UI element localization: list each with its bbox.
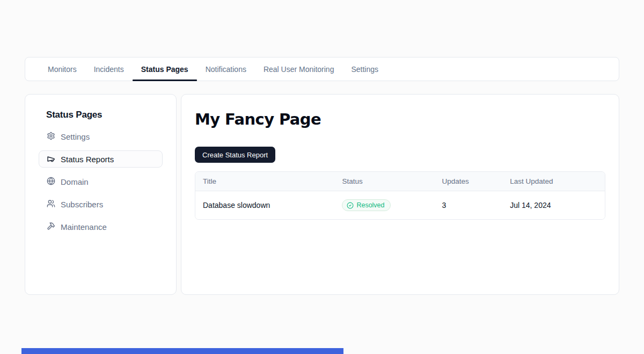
create-status-report-button[interactable]: Create Status Report [195, 147, 275, 163]
sidebar-item-status-reports[interactable]: Status Reports [39, 150, 163, 168]
gear-icon [47, 132, 55, 142]
status-badge: Resolved [342, 199, 390, 211]
tab-incidents[interactable]: Incidents [85, 57, 133, 81]
sidebar-item-label: Maintenance [61, 222, 107, 232]
bottom-progress-bar [21, 348, 343, 354]
top-navigation: Monitors Incidents Status Pages Notifica… [25, 57, 619, 81]
users-icon [47, 199, 55, 209]
status-badge-label: Resolved [356, 201, 384, 209]
column-header-status: Status [334, 177, 434, 185]
status-reports-table: Title Status Updates Last Updated Databa… [195, 171, 605, 220]
sidebar-item-subscribers[interactable]: Subscribers [39, 196, 163, 213]
page-title: My Fancy Page [195, 110, 605, 128]
sidebar-item-label: Settings [61, 132, 90, 141]
megaphone-icon [47, 155, 55, 163]
tab-settings[interactable]: Settings [342, 57, 387, 81]
sidebar-item-settings[interactable]: Settings [39, 128, 163, 145]
report-last-updated-cell: Jul 14, 2024 [502, 201, 605, 209]
sidebar-item-label: Status Reports [61, 155, 114, 164]
main-content-card: My Fancy Page Create Status Report Title… [181, 94, 619, 295]
table-row[interactable]: Database slowdown Resolved 3 Jul 14, 202… [195, 191, 605, 219]
tab-monitors[interactable]: Monitors [39, 57, 85, 81]
globe-icon [47, 177, 55, 187]
tab-real-user-monitoring[interactable]: Real User Monitoring [255, 57, 343, 81]
report-title-cell: Database slowdown [195, 201, 334, 209]
status-page-sidebar: Status Pages Settings Status Reports Dom… [25, 94, 177, 295]
tab-notifications[interactable]: Notifications [197, 57, 255, 81]
table-header-row: Title Status Updates Last Updated [195, 172, 605, 191]
sidebar-item-maintenance[interactable]: Maintenance [39, 218, 163, 235]
column-header-updates: Updates [435, 177, 503, 185]
hammer-icon [47, 222, 55, 232]
sidebar-item-label: Subscribers [61, 200, 103, 209]
column-header-last-updated: Last Updated [502, 177, 605, 185]
circle-check-icon [347, 202, 354, 209]
sidebar-item-label: Domain [61, 177, 89, 186]
report-status-cell: Resolved [334, 199, 434, 211]
sidebar-item-domain[interactable]: Domain [39, 173, 163, 190]
report-updates-cell: 3 [435, 201, 503, 209]
column-header-title: Title [195, 177, 334, 185]
sidebar-title: Status Pages [46, 110, 163, 120]
tab-status-pages[interactable]: Status Pages [133, 57, 197, 81]
